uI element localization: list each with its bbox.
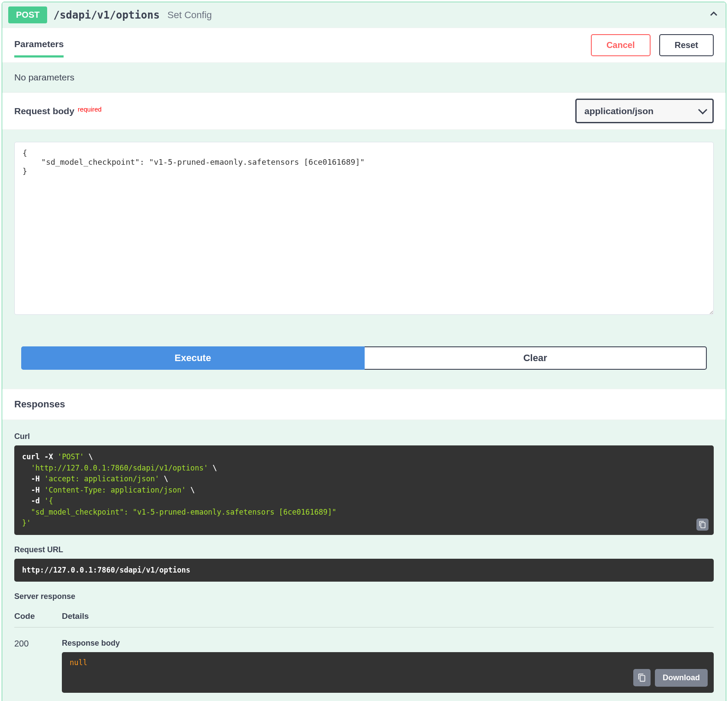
cancel-button[interactable]: Cancel bbox=[591, 34, 651, 56]
execute-button[interactable]: Execute bbox=[21, 346, 365, 370]
response-body-label: Response body bbox=[62, 639, 714, 648]
request-body-textarea[interactable] bbox=[14, 142, 714, 315]
method-badge: POST bbox=[8, 6, 47, 23]
copy-icon[interactable] bbox=[696, 519, 709, 531]
collapse-icon[interactable] bbox=[708, 8, 720, 22]
parameters-tab[interactable]: Parameters bbox=[14, 39, 64, 58]
copy-response-icon[interactable] bbox=[633, 669, 651, 686]
server-response-heading: Server response bbox=[14, 592, 714, 601]
curl-text: 'POST' bbox=[58, 452, 84, 461]
response-body-value: null bbox=[70, 658, 87, 667]
operation-block: POST /sdapi/v1/options Set Config Parame… bbox=[2, 2, 726, 701]
request-url-text: http://127.0.0.1:7860/sdapi/v1/options bbox=[22, 566, 190, 574]
code-column-header: Code bbox=[14, 611, 62, 621]
content-type-select[interactable]: application/json bbox=[575, 99, 714, 123]
curl-text: 'accept: application/json' bbox=[44, 474, 159, 483]
curl-text: curl -X bbox=[22, 452, 58, 461]
request-body-header: Request body required application/json bbox=[2, 93, 726, 130]
curl-heading: Curl bbox=[14, 432, 714, 441]
responses-body: Curl curl -X 'POST' \ 'http://127.0.0.1:… bbox=[2, 420, 726, 701]
responses-header: Responses bbox=[2, 389, 726, 420]
curl-code-block: curl -X 'POST' \ 'http://127.0.0.1:7860/… bbox=[14, 445, 714, 535]
endpoint-path: /sdapi/v1/options bbox=[53, 9, 160, 21]
request-body-title: Request body bbox=[14, 106, 74, 116]
endpoint-description: Set Config bbox=[167, 10, 212, 21]
curl-text: '{ "sd_model_checkpoint": "v1-5-pruned-e… bbox=[22, 496, 337, 527]
status-code: 200 bbox=[14, 639, 62, 693]
response-table-head: Code Details bbox=[14, 608, 714, 627]
request-url-block: http://127.0.0.1:7860/sdapi/v1/options bbox=[14, 559, 714, 582]
curl-text: 'http://127.0.0.1:7860/sdapi/v1/options' bbox=[31, 464, 208, 472]
parameters-header: Parameters Cancel Reset bbox=[2, 28, 726, 63]
response-detail: Response body null Download bbox=[62, 639, 714, 693]
no-parameters-text: No parameters bbox=[2, 63, 726, 93]
response-body-block: null Download bbox=[62, 652, 714, 693]
execute-row: Execute Clear bbox=[2, 329, 726, 376]
response-row: 200 Response body null Download bbox=[14, 627, 714, 693]
required-badge: required bbox=[78, 106, 102, 113]
details-column-header: Details bbox=[62, 611, 89, 621]
curl-text: 'Content-Type: application/json' bbox=[44, 486, 186, 494]
clear-button[interactable]: Clear bbox=[365, 346, 707, 370]
request-body-area bbox=[2, 130, 726, 329]
request-url-heading: Request URL bbox=[14, 545, 714, 554]
operation-summary[interactable]: POST /sdapi/v1/options Set Config bbox=[2, 2, 726, 28]
download-button[interactable]: Download bbox=[655, 669, 708, 687]
reset-button[interactable]: Reset bbox=[659, 34, 714, 56]
